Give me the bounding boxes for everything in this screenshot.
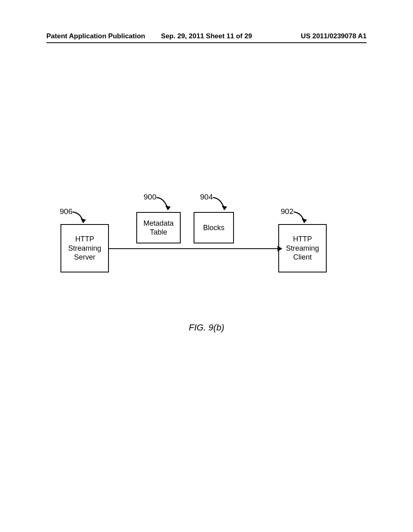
box-metadata-table: Metadata Table <box>136 212 181 243</box>
ref-906: 906 <box>60 207 73 216</box>
svg-marker-3 <box>302 218 307 223</box>
flow-arrow-head-icon <box>277 246 282 251</box>
box-blocks: Blocks <box>194 212 234 243</box>
flow-arrow-line <box>109 248 278 249</box>
box-client-label: HTTP Streaming Client <box>286 235 319 262</box>
ref-900: 900 <box>144 193 156 202</box>
box-blocks-label: Blocks <box>203 223 224 233</box>
figure-caption: FIG. 9(b) <box>0 322 413 333</box>
diagram: 900 904 906 902 HTTP Streaming Server Me… <box>0 0 413 532</box>
svg-marker-0 <box>165 206 171 210</box>
box-http-streaming-server: HTTP Streaming Server <box>60 224 109 272</box>
page: Patent Application Publication Sep. 29, … <box>0 0 413 532</box>
box-http-streaming-client: HTTP Streaming Client <box>278 224 327 272</box>
pointer-904-icon <box>212 194 236 214</box>
box-server-label: HTTP Streaming Server <box>68 235 101 262</box>
pointer-900-icon <box>156 194 180 214</box>
box-metadata-label: Metadata Table <box>143 219 173 237</box>
ref-902: 902 <box>281 207 294 216</box>
svg-marker-1 <box>222 206 227 210</box>
ref-904: 904 <box>200 193 213 202</box>
svg-marker-2 <box>81 218 86 223</box>
